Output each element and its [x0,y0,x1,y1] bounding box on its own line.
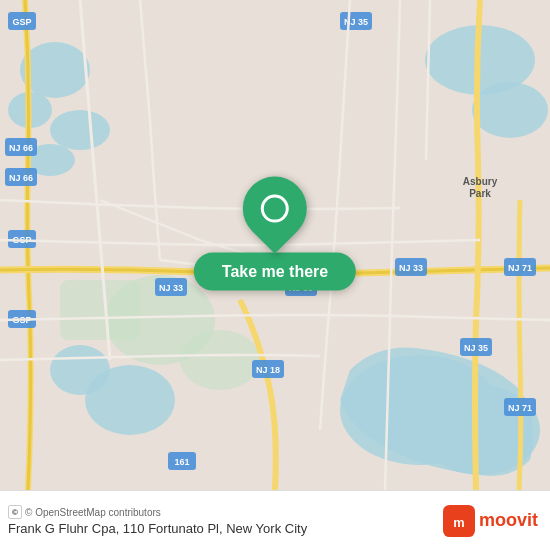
moovit-icon: m [443,505,475,537]
svg-point-10 [50,345,110,395]
place-name: Frank G Fluhr Cpa, 110 Fortunato Pl, New… [8,521,307,536]
svg-text:161: 161 [174,457,189,467]
svg-text:Park: Park [469,188,491,199]
svg-text:m: m [453,514,464,529]
moovit-logo: m moovit [443,505,538,537]
bottom-bar: © © OpenStreetMap contributors Frank G F… [0,490,550,550]
svg-point-6 [472,82,548,138]
map-container: NJ 35 NJ 66 NJ 66 NJ 33 NJ 33 NJ 33 NJ 3… [0,0,550,490]
svg-rect-13 [60,280,140,340]
osm-text: © OpenStreetMap contributors [25,507,161,518]
svg-text:NJ 71: NJ 71 [508,263,532,273]
svg-text:NJ 71: NJ 71 [508,403,532,413]
svg-text:NJ 35: NJ 35 [464,343,488,353]
osm-attribution: © © OpenStreetMap contributors [8,505,307,519]
svg-text:Asbury: Asbury [463,176,498,187]
svg-point-3 [50,110,110,150]
take-me-there-button[interactable]: Take me there [194,253,356,291]
map-pin [230,163,321,254]
svg-text:NJ 66: NJ 66 [9,143,33,153]
moovit-text: moovit [479,510,538,531]
svg-point-12 [180,330,260,390]
pin-circle [261,195,289,223]
svg-text:NJ 66: NJ 66 [9,173,33,183]
svg-text:NJ 18: NJ 18 [256,365,280,375]
map-pin-inner [261,195,289,223]
svg-text:NJ 33: NJ 33 [399,263,423,273]
button-overlay: Take me there [194,177,356,291]
osm-logo: © [8,505,22,519]
svg-text:GSP: GSP [12,17,31,27]
svg-text:NJ 33: NJ 33 [159,283,183,293]
location-info: © © OpenStreetMap contributors Frank G F… [8,505,307,536]
